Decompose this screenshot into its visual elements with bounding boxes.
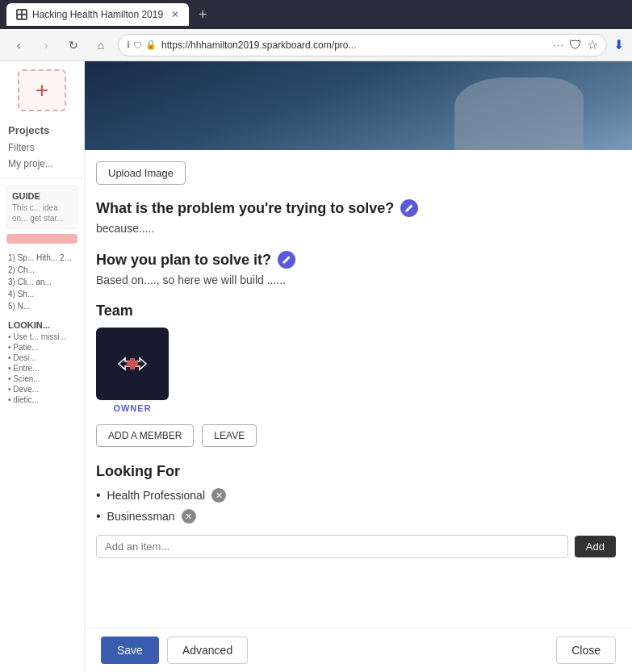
pencil-icon — [282, 255, 291, 265]
sidebar-cta-button[interactable] — [6, 234, 77, 244]
new-tab-button[interactable]: + — [199, 6, 207, 23]
looking-item: • dietic... — [0, 394, 84, 405]
download-icon[interactable]: ⬇ — [613, 37, 624, 52]
team-buttons: ADD A MEMBER LEAVE — [96, 424, 616, 447]
info-icon: ℹ — [127, 40, 130, 50]
address-bar-security-icons: ℹ 🛡 🔒 — [127, 40, 157, 50]
add-member-button[interactable]: ADD A MEMBER — [96, 424, 194, 447]
team-card-icon — [112, 344, 153, 384]
owner-badge: OWNER — [96, 403, 169, 413]
tag-item: • Health Professional ✕ — [96, 488, 616, 503]
address-bar-actions: ··· 🛡 ☆ — [553, 37, 598, 52]
tag-remove-button[interactable]: ✕ — [182, 509, 196, 524]
looking-label: LOOKIN... — [0, 315, 84, 332]
tab-favicon — [16, 9, 27, 20]
looking-item: • Use t... missi... — [0, 332, 84, 342]
looking-item: • Desi... — [0, 353, 84, 363]
team-label: Team — [96, 303, 616, 319]
projects-label: Projects — [0, 119, 84, 140]
team-avatar-wrapper: OWNER — [96, 328, 169, 413]
list-item[interactable]: 4) Sh... — [8, 288, 76, 300]
add-item-input[interactable] — [96, 535, 568, 558]
sidebar: + Projects Filters My proje... GUIDE Thi… — [0, 61, 85, 672]
problem-edit-button[interactable] — [400, 199, 418, 217]
tag-bullet: • — [96, 488, 101, 503]
svg-rect-2 — [127, 361, 138, 366]
tag-item: • Businessman ✕ — [96, 509, 616, 524]
save-button[interactable]: Save — [101, 637, 159, 664]
looking-item: • Patie... — [0, 342, 84, 353]
sidebar-item-my-projects[interactable]: My proje... — [0, 156, 84, 172]
bottom-left-buttons: Save Advanced — [101, 637, 248, 664]
sidebar-guide-box: GUIDE This c... idea on... get star... — [6, 186, 77, 229]
add-project-button[interactable]: + — [18, 69, 66, 111]
guide-title: GUIDE — [12, 191, 72, 201]
bookmark-icon[interactable]: ☆ — [587, 37, 598, 52]
main-content: Upload Image What is the problem you're … — [85, 61, 632, 672]
solution-heading-text: How you plan to solve it? — [96, 252, 271, 269]
lock-icon: 🔒 — [145, 40, 157, 50]
page-wrapper: + Projects Filters My proje... GUIDE Thi… — [0, 61, 632, 672]
content-area: Upload Image What is the problem you're … — [85, 150, 632, 639]
solution-heading: How you plan to solve it? — [96, 251, 616, 269]
tag-label: Businessman — [107, 510, 175, 523]
bottom-bar: Save Advanced Close — [85, 628, 632, 672]
address-bar[interactable]: ℹ 🛡 🔒 https://hhhamilton2019.sparkboard.… — [118, 34, 607, 56]
sidebar-list: 1) Sp... Hith... 201... 2) Ch... 3) Cli.… — [0, 248, 84, 315]
solution-edit-button[interactable] — [278, 251, 295, 269]
forward-button[interactable]: › — [36, 35, 57, 56]
shield-icon: 🛡 — [133, 40, 142, 50]
url-display: https://hhhamilton2019.sparkboard.com/pr… — [161, 40, 548, 51]
looking-item: • Entre... — [0, 363, 84, 374]
looking-item: • Deve... — [0, 384, 84, 394]
leave-button[interactable]: LEAVE — [202, 424, 257, 447]
browser-toolbar: ‹ › ↻ ⌂ ℹ 🛡 🔒 https://hhhamilton2019.spa… — [0, 29, 632, 61]
browser-tab[interactable]: Hacking Health Hamilton 2019 ✕ — [6, 3, 189, 26]
refresh-button[interactable]: ↻ — [63, 35, 84, 56]
tag-label: Health Professional — [107, 489, 205, 502]
browser-titlebar: Hacking Health Hamilton 2019 ✕ + — [0, 0, 632, 29]
sidebar-item-filters[interactable]: Filters — [0, 140, 84, 156]
problem-text: because..... — [96, 222, 616, 235]
add-item-button[interactable]: Add — [575, 536, 616, 557]
back-button[interactable]: ‹ — [8, 35, 29, 56]
close-button[interactable]: Close — [556, 637, 616, 664]
list-item[interactable]: 1) Sp... Hith... 201... — [8, 252, 76, 264]
shield2-icon: 🛡 — [569, 38, 582, 52]
add-item-row: Add — [96, 535, 616, 558]
tab-title: Hacking Health Hamilton 2019 — [32, 9, 163, 20]
problem-heading: What is the problem you're trying to sol… — [96, 199, 616, 217]
home-button[interactable]: ⌂ — [90, 35, 111, 56]
list-item[interactable]: 5) N... — [8, 300, 76, 312]
upload-image-button[interactable]: Upload Image — [96, 161, 186, 185]
pencil-icon — [404, 203, 414, 213]
add-icon: + — [36, 77, 48, 103]
looking-item: • Scien... — [0, 374, 84, 384]
tag-list: • Health Professional ✕ • Businessman ✕ — [96, 488, 616, 524]
hero-image — [85, 61, 632, 150]
advanced-button[interactable]: Advanced — [167, 637, 248, 664]
overflow-menu-icon[interactable]: ··· — [553, 39, 564, 51]
looking-for-label: Looking For — [96, 463, 616, 480]
tag-bullet: • — [96, 509, 101, 524]
guide-text: This c... idea on... get star... — [12, 202, 72, 223]
sidebar-divider — [0, 178, 84, 179]
team-card[interactable] — [96, 328, 169, 400]
tag-remove-button[interactable]: ✕ — [211, 488, 226, 503]
solution-text: Based on...., so here we will build ....… — [96, 273, 616, 286]
tab-close-button[interactable]: ✕ — [171, 9, 179, 20]
list-item[interactable]: 2) Ch... — [8, 264, 76, 276]
problem-heading-text: What is the problem you're trying to sol… — [96, 200, 394, 217]
list-item[interactable]: 3) Cli... an... — [8, 276, 76, 288]
